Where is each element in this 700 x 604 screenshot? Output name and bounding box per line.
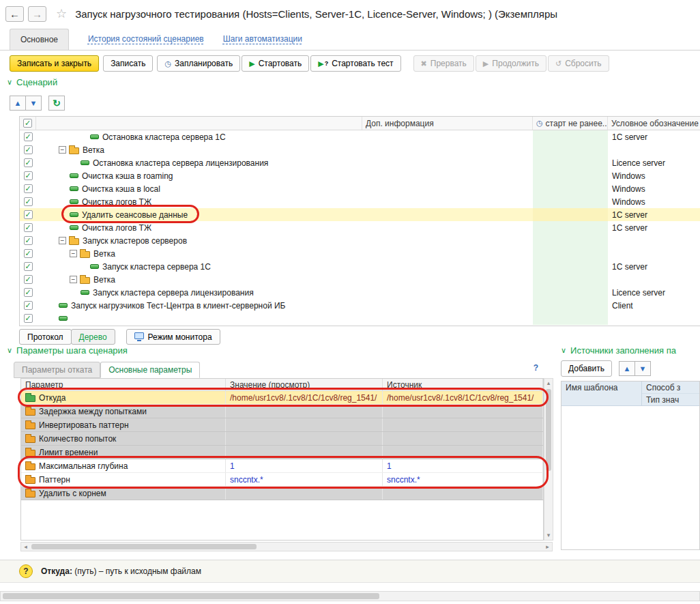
tab-protocol[interactable]: Протокол (19, 329, 72, 345)
params-section-title: Параметры шага сценария (16, 345, 128, 356)
table-row[interactable]: ✓ (20, 312, 700, 325)
step-name: Остановка кластера сервера 1С (102, 132, 226, 142)
parameter-row[interactable]: Инвертировать паттерн (21, 418, 543, 432)
monitor-mode-button[interactable]: Режим монитора (126, 329, 220, 345)
row-checkbox[interactable]: ✓ (24, 288, 33, 297)
parameter-row[interactable]: Максимальная глубина 1 1 (21, 459, 543, 473)
params-vertical-scrollbar[interactable]: ▴ ▾ (544, 378, 553, 541)
table-row[interactable]: ✓ Очистка кэша в roaming Windows (20, 169, 700, 182)
move-down-button[interactable]: ▼ (635, 361, 651, 376)
table-row[interactable]: ✓ Очистка кэша в local Windows (20, 182, 700, 195)
column-dop-info[interactable]: Доп. информация (362, 117, 533, 130)
table-row[interactable]: ✓ − Ветка (20, 247, 700, 260)
scenario-section-header[interactable]: ∨ Сценарий (7, 77, 57, 87)
sources-section-header[interactable]: ∨ Источники заполнения па (561, 345, 700, 356)
move-up-button[interactable]: ▲ (10, 96, 26, 111)
params-horizontal-scrollbar[interactable]: ◂ ▸ (20, 542, 553, 551)
row-checkbox[interactable]: ✓ (24, 262, 33, 271)
tab-main[interactable]: Основное (10, 29, 69, 50)
schedule-button[interactable]: ◷ Запланировать (157, 55, 240, 72)
reset-button[interactable]: ↺ Сбросить (548, 55, 609, 72)
parameter-row[interactable]: Количество попыток (21, 432, 543, 446)
table-row[interactable]: ✓ Очистка логов ТЖ 1C server (20, 221, 700, 234)
row-checkbox[interactable]: ✓ (24, 171, 33, 180)
start-button[interactable]: ▶ Стартовать (242, 55, 309, 72)
help-description: (путь) – путь к исходным файлам (74, 566, 201, 576)
row-checkbox[interactable]: ✓ (24, 236, 33, 245)
abort-button[interactable]: ✖ Прервать (413, 55, 474, 72)
scrollbar-thumb[interactable] (546, 389, 551, 471)
add-button[interactable]: Добавить (561, 360, 612, 377)
collapse-toggle-icon[interactable]: − (59, 146, 66, 154)
parameter-row[interactable]: Откуда /home/usr1cv8/.1cv8/1C/1cv8/reg_1… (21, 391, 543, 405)
row-checkbox[interactable]: ✓ (24, 275, 33, 284)
parameter-row[interactable]: Удалить с корнем (21, 487, 543, 500)
row-checkbox[interactable]: ✓ (24, 301, 33, 310)
scroll-right-icon[interactable]: ▸ (543, 543, 552, 550)
table-row[interactable]: ✓ Запуск кластера сервера 1С 1C server (20, 260, 700, 273)
table-row[interactable]: ✓ Запуск нагрузчиков Тест-Центра в клиен… (20, 299, 700, 312)
refresh-button[interactable]: ↻ (48, 96, 65, 111)
column-designation[interactable]: Условное обозначение ед... (608, 117, 700, 130)
params-section-header[interactable]: ∨ Параметры шага сценария (7, 345, 128, 356)
row-checkbox[interactable]: ✓ (24, 210, 33, 219)
table-row[interactable]: ✓ − Ветка (20, 143, 700, 156)
collapse-toggle-icon[interactable]: − (70, 276, 77, 283)
column-start-not-earlier[interactable]: ◷ старт не ранее... (533, 117, 608, 130)
collapse-toggle-icon[interactable]: − (59, 237, 66, 244)
row-checkbox[interactable]: ✓ (24, 145, 33, 154)
scrollbar-thumb[interactable] (3, 593, 379, 599)
parameter-source: /home/usr1cv8/.1cv8/1C/1cv8/reg_1541/ (387, 393, 534, 403)
move-down-button[interactable]: ▼ (25, 96, 42, 111)
column-parameter[interactable]: Параметр (21, 379, 226, 390)
row-checkbox[interactable]: ✓ (24, 158, 33, 167)
column-template-name[interactable]: Имя шаблона (562, 382, 642, 405)
save-and-close-button[interactable]: Записать и закрыть (10, 55, 99, 72)
designation-cell (608, 234, 700, 247)
column-value-type[interactable]: Тип знач (642, 394, 699, 405)
table-row[interactable]: ✓ Остановка кластера сервера 1С 1C serve… (20, 130, 700, 143)
start-not-earlier-cell (533, 195, 608, 208)
parameter-row[interactable]: Задержка между попытками (21, 405, 543, 418)
row-checkbox[interactable]: ✓ (24, 197, 33, 206)
table-row[interactable]: ✓ Запуск кластера сервера лицензирования… (20, 286, 700, 299)
row-checkbox[interactable]: ✓ (24, 184, 33, 193)
resume-button[interactable]: ▶ Продолжить (476, 55, 546, 72)
row-checkbox[interactable]: ✓ (24, 314, 33, 323)
scroll-down-icon[interactable]: ▾ (544, 531, 553, 540)
collapse-toggle-icon[interactable]: − (70, 250, 77, 257)
column-step-name[interactable] (36, 117, 362, 130)
parameter-icon (25, 450, 35, 457)
parameter-row[interactable]: Паттерн snccntx.* snccntx.* (21, 473, 543, 487)
row-checkbox[interactable]: ✓ (24, 132, 33, 141)
table-row[interactable]: ✓ Остановка кластера сервера лицензирова… (20, 156, 700, 169)
table-row[interactable]: ✓ Удалить сеансовые данные 1C server (20, 208, 700, 221)
column-fill-method[interactable]: Способ з (642, 382, 699, 394)
tab-rollback-params[interactable]: Параметры отката (14, 362, 100, 378)
row-checkbox[interactable]: ✓ (24, 249, 33, 258)
scrollbar-thumb[interactable] (31, 544, 257, 549)
table-row[interactable]: ✓ − Запуск кластеров серверов (20, 234, 700, 247)
table-row[interactable]: ✓ − Ветка (20, 273, 700, 286)
column-source[interactable]: Источник (383, 379, 543, 390)
tab-main-params[interactable]: Основные параметры (100, 362, 200, 378)
save-button[interactable]: Записать (103, 55, 153, 72)
window-horizontal-scrollbar[interactable] (0, 591, 700, 601)
scroll-up-icon[interactable]: ▴ (544, 379, 553, 388)
help-link[interactable]: ? (534, 363, 538, 373)
row-checkbox[interactable]: ✓ (24, 223, 33, 232)
table-row[interactable]: ✓ Очистка логов ТЖ Windows (20, 195, 700, 208)
start-test-button[interactable]: ▶? Стартовать тест (310, 55, 400, 72)
tab-automation-steps[interactable]: Шаги автоматизации (223, 34, 302, 50)
back-button[interactable]: ← (5, 6, 24, 22)
scroll-left-icon[interactable]: ◂ (21, 543, 30, 550)
favorite-star-icon[interactable]: ☆ (56, 6, 67, 21)
select-all-header[interactable]: ✓ (20, 117, 36, 130)
sources-section-title: Источники заполнения па (570, 345, 676, 356)
forward-button[interactable]: → (28, 6, 46, 22)
tab-scenario-history[interactable]: История состояний сценариев (88, 34, 204, 50)
column-value[interactable]: Значение (просмотр) (226, 379, 383, 390)
parameter-row[interactable]: Лимит времени (21, 446, 543, 459)
tab-tree[interactable]: Дерево (71, 329, 115, 345)
move-up-button[interactable]: ▲ (619, 361, 635, 376)
